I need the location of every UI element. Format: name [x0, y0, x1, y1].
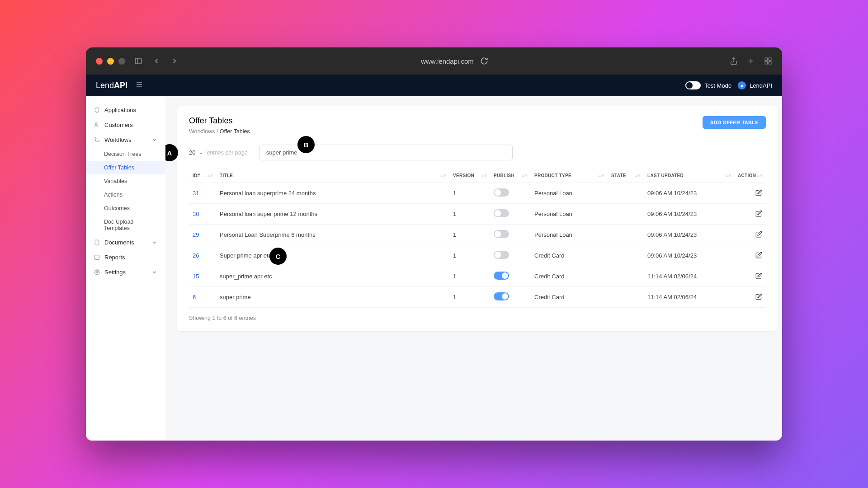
sidebar-item-variables[interactable]: Variables [104, 174, 165, 188]
cell-state [608, 225, 644, 245]
id-link[interactable]: 31 [193, 190, 199, 197]
cell-id: 31 [189, 183, 216, 204]
publish-toggle[interactable] [494, 251, 509, 259]
cell-title: super_prime apr etc [216, 266, 449, 287]
cell-action [734, 183, 766, 204]
cell-action [734, 245, 766, 266]
id-link[interactable]: 29 [193, 231, 199, 238]
cell-action [734, 225, 766, 245]
cell-product-type: Personal Loan [531, 225, 608, 245]
collapse-menu-icon[interactable] [136, 81, 143, 90]
sidebar-item-offer-tables[interactable]: Offer Tables [86, 161, 165, 174]
publish-toggle[interactable] [494, 272, 509, 280]
maximize-icon[interactable] [118, 58, 125, 65]
sidebar-item-doc-upload-templates[interactable]: Doc Upload Templates [104, 215, 165, 235]
sidebar-item-actions[interactable]: Actions [104, 188, 165, 202]
sidebar-item-customers[interactable]: Customers [86, 117, 165, 132]
col-version[interactable]: VERSION▲▼ [449, 169, 490, 183]
document-icon [94, 239, 100, 245]
col-action[interactable]: ACTION▲▼ [734, 169, 766, 183]
entries-per-page-select[interactable]: 20 ⌄ entries per page [189, 149, 248, 156]
table-row: 15super_prime apr etc1Credit Card11:14 A… [189, 266, 766, 287]
cell-version: 1 [449, 225, 490, 245]
sidebar-item-applications[interactable]: Applications [86, 103, 165, 117]
edit-icon[interactable] [755, 274, 762, 281]
sidebar-item-workflows[interactable]: Workflows [86, 132, 165, 147]
annotation-marker-a: A [165, 144, 178, 161]
chevron-down-icon [151, 239, 157, 245]
table-row: 31Personal loan superprime 24 months1Per… [189, 183, 766, 204]
sidebar-toggle-icon[interactable] [133, 57, 143, 65]
share-icon[interactable] [730, 57, 738, 65]
edit-icon[interactable] [755, 191, 762, 197]
forward-icon[interactable] [170, 57, 179, 65]
cell-id: 30 [189, 204, 216, 225]
cell-product-type: Personal Loan [531, 183, 608, 204]
reload-icon[interactable] [480, 57, 488, 65]
chevron-down-icon [151, 269, 157, 275]
minimize-icon[interactable] [107, 58, 114, 65]
org-switcher[interactable]: ● LendAPI [738, 81, 772, 89]
publish-toggle[interactable] [494, 230, 509, 238]
id-link[interactable]: 15 [193, 273, 199, 280]
svg-point-13 [95, 138, 96, 139]
col-publish[interactable]: PUBLISH▲▼ [490, 169, 531, 183]
url-text: www.lendapi.com [421, 57, 474, 65]
annotation-marker-b: B [297, 136, 315, 153]
cell-last-updated: 09:06 AM 10/24/23 [644, 245, 734, 266]
flow-icon [94, 137, 100, 143]
col-state[interactable]: STATE▲▼ [608, 169, 644, 183]
edit-icon[interactable] [755, 295, 762, 301]
col-last-updated[interactable]: LAST UPDATED▲▼ [644, 169, 734, 183]
cell-last-updated: 11:14 AM 02/06/24 [644, 287, 734, 308]
sidebar-item-documents[interactable]: Documents [86, 235, 165, 250]
id-link[interactable]: 26 [193, 252, 199, 259]
breadcrumb-parent[interactable]: Workflows [189, 128, 215, 135]
new-tab-icon[interactable] [747, 57, 755, 65]
cell-state [608, 183, 644, 204]
col-title[interactable]: TITLE▲▼ [216, 169, 449, 183]
edit-icon[interactable] [755, 253, 762, 260]
publish-toggle[interactable] [494, 292, 509, 300]
cell-version: 1 [449, 183, 490, 204]
cell-state [608, 287, 644, 308]
cell-publish [490, 245, 531, 266]
cell-id: 26 [189, 245, 216, 266]
col-product-type[interactable]: PRODUCT TYPE▲▼ [531, 169, 608, 183]
address-bar[interactable]: www.lendapi.com [188, 57, 722, 65]
sidebar-item-outcomes[interactable]: Outcomes [104, 202, 165, 215]
sidebar-item-settings[interactable]: Settings [86, 265, 165, 280]
app-header: LendAPI Test Mode ● LendAPI [86, 75, 782, 96]
edit-icon[interactable] [755, 232, 762, 239]
edit-icon[interactable] [755, 211, 762, 218]
back-icon[interactable] [151, 57, 161, 65]
cell-product-type: Personal Loan [531, 204, 608, 225]
cell-id: 6 [189, 287, 216, 308]
add-offer-table-button[interactable]: ADD OFFER TABLE [703, 116, 766, 129]
publish-toggle[interactable] [494, 209, 509, 217]
app-body: Applications Customers Workflows Decisio… [86, 96, 782, 441]
cell-last-updated: 09:06 AM 10/24/23 [644, 225, 734, 245]
close-icon[interactable] [96, 58, 103, 65]
cell-version: 1 [449, 204, 490, 225]
cell-title: Personal Loan Superprime 6 months [216, 225, 449, 245]
col-id[interactable]: ID#▲▼ [189, 169, 216, 183]
test-mode-toggle[interactable]: Test Mode [685, 81, 731, 89]
tabs-grid-icon[interactable] [764, 57, 772, 65]
id-link[interactable]: 6 [193, 294, 196, 300]
browser-window: www.lendapi.com LendAPI Test Mode ● Lend… [86, 47, 782, 441]
id-link[interactable]: 30 [193, 211, 199, 217]
svg-point-19 [96, 272, 98, 273]
offer-tables-card: Offer Tables Workflows / Offer Tables AD… [177, 106, 778, 331]
logo[interactable]: LendAPI [96, 81, 127, 90]
cell-title: Personal loan superprime 24 months [216, 183, 449, 204]
table-row: 29Personal Loan Superprime 6 months1Pers… [189, 225, 766, 245]
sidebar-item-decision-trees[interactable]: Decision Trees [104, 147, 165, 161]
cell-publish [490, 287, 531, 308]
publish-toggle[interactable] [494, 188, 509, 197]
sidebar-item-reports[interactable]: Reports [86, 250, 165, 265]
cell-publish [490, 266, 531, 287]
cell-product-type: Credit Card [531, 245, 608, 266]
cell-last-updated: 09:06 AM 10/24/23 [644, 204, 734, 225]
cell-action [734, 204, 766, 225]
